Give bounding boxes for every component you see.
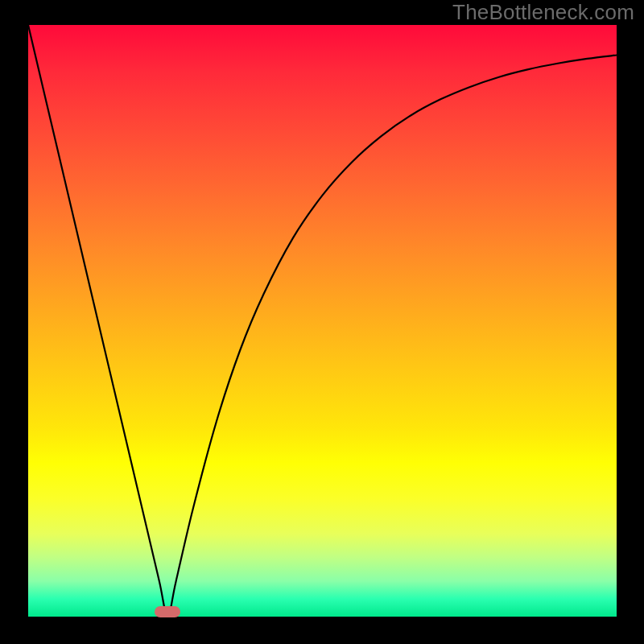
- chart-frame: TheBottleneck.com: [0, 0, 644, 644]
- watermark-text: TheBottleneck.com: [452, 0, 634, 25]
- chart-svg: [0, 0, 644, 644]
- optimum-marker: [155, 606, 180, 617]
- bottleneck-curve: [28, 25, 617, 617]
